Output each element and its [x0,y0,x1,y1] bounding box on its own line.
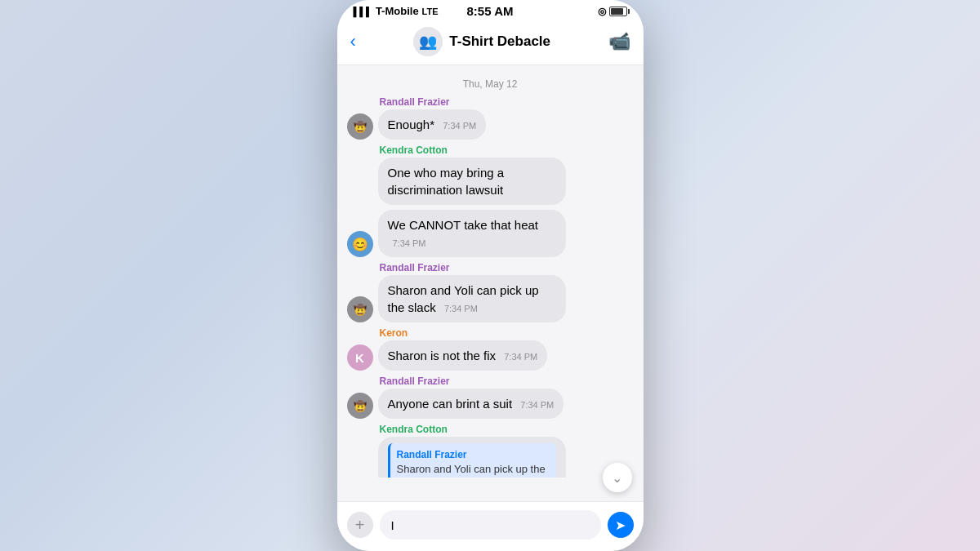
k-initial: K [355,351,364,365]
status-time: 8:55 AM [467,4,514,18]
table-row: K Keron Sharon is not the fix 7:34 PM [347,327,634,371]
sender-name: Kendra Cotton [378,144,566,156]
message-text: One who may bring a discrimination lawsu… [388,166,505,197]
bubble-container: Keron Sharon is not the fix 7:34 PM [378,327,548,371]
location-icon: ◎ [598,6,606,17]
back-button[interactable]: ‹ [350,31,356,52]
avatar: 🤠 [347,113,373,140]
message-text: Sharon is not the fix [388,349,497,362]
message-text: We CANNOT take that heat [388,218,539,232]
person-icon: 😊 [352,237,368,252]
message-text: Anyone can brint a suit [388,397,513,411]
sender-name: Randall Frazier [378,375,564,387]
bubble-container: Kendra Cotton Randall Frazier Sharon and… [378,424,566,478]
message-bubble[interactable]: Enough* 7:34 PM [378,109,487,140]
message-bubble[interactable]: One who may bring a discrimination lawsu… [378,158,566,205]
message-bubble[interactable]: We CANNOT take that heat 7:34 PM [378,210,566,257]
message-bubble[interactable]: Sharon and Yoli can pick up the slack 7:… [378,275,566,322]
carrier-label: T-Mobile [376,5,419,17]
chevron-down-icon: ⌄ [612,470,622,486]
bubble-container: Randall Frazier Sharon and Yoli can pick… [378,262,566,322]
bubble-container: We CANNOT take that heat 7:34 PM [378,210,566,257]
send-icon: ➤ [615,518,626,533]
chat-title: T-Shirt Debacle [449,33,550,50]
message-time: 7:34 PM [443,121,476,131]
avatar: 🤠 [347,296,373,322]
message-text: Enough* [388,118,435,131]
reply-sender: Randall Frazier [397,448,550,462]
group-avatar: 👥 [413,27,443,56]
video-call-button[interactable]: 📹 [608,31,630,52]
add-attachment-button[interactable]: + [347,512,373,538]
hat-icon: 🤠 [354,304,367,316]
network-type: LTE [422,7,439,16]
bubble-container: Randall Frazier Enough* 7:34 PM [378,96,487,140]
table-row: Kendra Cotton One who may bring a discri… [347,144,634,205]
date-divider: Thu, May 12 [347,78,634,90]
messages-area[interactable]: Thu, May 12 🤠 Randall Frazier Enough* 7:… [337,65,644,478]
table-row: Kendra Cotton Randall Frazier Sharon and… [347,424,634,478]
table-row: 😊 We CANNOT take that heat 7:34 PM [347,210,634,257]
sender-name: Randall Frazier [378,96,487,108]
chat-header: ‹ 👥 T-Shirt Debacle 📹 [337,20,644,65]
input-bar: + ➤ [337,501,644,551]
message-bubble[interactable]: Sharon is not the fix 7:34 PM [378,340,548,371]
status-right: ◎ [598,6,627,17]
reply-text: Sharon and Yoli can pick up the slack [397,462,550,478]
message-time: 7:34 PM [520,400,554,410]
table-row: 🤠 Randall Frazier Anyone can brint a sui… [347,375,634,419]
phone-frame: ▌▌▌ T-Mobile LTE 8:55 AM ◎ ‹ 👥 T-Shirt D… [337,0,644,551]
message-input[interactable] [380,510,601,540]
scroll-down-button[interactable]: ⌄ [603,463,632,492]
plus-icon: + [355,516,365,535]
status-bar: ▌▌▌ T-Mobile LTE 8:55 AM ◎ [337,0,644,20]
hat-icon: 🤠 [354,400,367,412]
avatar: 🤠 [347,393,373,419]
message-time: 7:34 PM [393,238,426,248]
signal-bars: ▌▌▌ [354,7,372,16]
avatar: 😊 [347,231,373,257]
table-row: 🤠 Randall Frazier Sharon and Yoli can pi… [347,262,634,322]
hat-icon: 🤠 [354,121,367,133]
status-left: ▌▌▌ T-Mobile LTE [354,5,439,17]
bubble-container: Randall Frazier Anyone can brint a suit … [378,375,564,419]
reply-quote: Randall Frazier Sharon and Yoli can pick… [388,443,556,478]
sender-name: Randall Frazier [378,262,566,273]
bubble-container: Kendra Cotton One who may bring a discri… [378,144,566,205]
message-time: 7:34 PM [444,304,478,313]
message-time: 7:34 PM [504,352,537,362]
header-center[interactable]: 👥 T-Shirt Debacle [413,27,550,56]
table-row: 🤠 Randall Frazier Enough* 7:34 PM [347,96,634,140]
sender-name: Kendra Cotton [378,424,566,435]
avatar: K [347,344,373,371]
group-icon: 👥 [419,33,437,51]
message-bubble[interactable]: Randall Frazier Sharon and Yoli can pick… [378,437,566,478]
message-bubble[interactable]: Anyone can brint a suit 7:34 PM [378,389,564,419]
sender-name: Keron [378,327,548,339]
send-button[interactable]: ➤ [608,512,634,538]
battery-icon [609,7,627,16]
